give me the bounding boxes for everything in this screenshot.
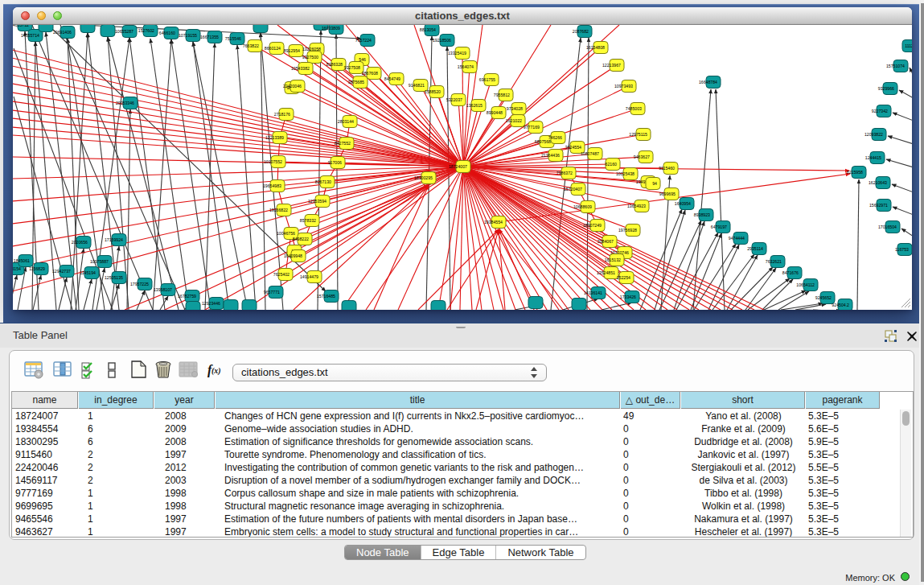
svg-text:15720407: 15720407	[564, 187, 582, 192]
svg-text:1244415: 1244415	[865, 155, 881, 160]
svg-text:12353594: 12353594	[308, 199, 326, 204]
svg-text:3084067: 3084067	[598, 239, 614, 244]
svg-text:6479197: 6479197	[711, 225, 727, 229]
svg-text:1156829: 1156829	[29, 266, 45, 271]
svg-text:6466160: 6466160	[159, 31, 175, 35]
svg-text:(x): (x)	[211, 366, 221, 376]
svg-text:12975115: 12975115	[629, 132, 647, 137]
svg-text:924504.2: 924504.2	[832, 303, 849, 307]
svg-text:12213389: 12213389	[265, 135, 284, 140]
svg-text:9329966: 9329966	[878, 86, 894, 91]
svg-text:2935114: 2935114	[747, 246, 763, 251]
svg-text:10688609: 10688609	[573, 204, 592, 209]
svg-text:18907249: 18907249	[583, 223, 602, 228]
svg-text:8186328: 8186328	[326, 62, 343, 67]
svg-text:16210643: 16210643	[869, 180, 887, 185]
svg-text:3875685: 3875685	[348, 80, 364, 84]
svg-text:8471676: 8471676	[782, 270, 799, 275]
svg-text:13325419: 13325419	[448, 51, 466, 56]
svg-text:10025438: 10025438	[616, 171, 634, 176]
svg-text:1112: 1112	[905, 43, 912, 48]
svg-text:15716485: 15716485	[317, 294, 335, 299]
svg-text:19756928: 19756928	[618, 228, 637, 233]
svg-text:1362615: 1362615	[466, 103, 483, 108]
svg-text:9115460: 9115460	[659, 166, 675, 171]
svg-text:8990448: 8990448	[487, 110, 503, 115]
svg-text:8912954: 8912954	[284, 48, 300, 53]
svg-text:12505135: 12505135	[105, 275, 123, 280]
svg-text:9327508: 9327508	[344, 65, 360, 70]
svg-text:17016504: 17016504	[878, 225, 897, 229]
svg-text:12213967: 12213967	[602, 63, 621, 68]
svg-text:10107552: 10107552	[264, 159, 282, 164]
svg-text:20691406: 20691406	[53, 30, 72, 35]
svg-text:12942737: 12942737	[52, 269, 71, 274]
svg-text:16782759: 16782759	[178, 294, 196, 299]
svg-text:7485003: 7485003	[626, 106, 642, 111]
svg-text:1845061: 1845061	[14, 258, 30, 263]
svg-text:8267130: 8267130	[315, 179, 331, 184]
svg-text:7957224: 7957224	[355, 38, 372, 43]
svg-text:13524851: 13524851	[597, 270, 615, 275]
svg-text:17159924: 17159924	[105, 237, 123, 242]
svg-text:2718176: 2718176	[274, 112, 290, 117]
svg-text:18724007: 18724007	[449, 164, 467, 169]
svg-text:93154: 93154	[13, 266, 21, 271]
svg-text:9146821: 9146821	[409, 83, 425, 88]
svg-text:7625402: 7625402	[273, 272, 290, 277]
svg-text:18300295: 18300295	[414, 175, 433, 180]
svg-text:10046756: 10046756	[277, 231, 295, 236]
svg-text:12093822: 12093822	[864, 132, 883, 137]
svg-text:8454749: 8454749	[384, 76, 400, 81]
svg-text:8813054: 8813054	[420, 27, 436, 32]
svg-text:9657771: 9657771	[264, 290, 280, 295]
svg-text:6961755: 6961755	[479, 77, 495, 82]
svg-text:9245652: 9245652	[815, 295, 832, 300]
svg-text:1615132: 1615132	[605, 257, 621, 262]
svg-text:19654983: 19654983	[263, 183, 281, 188]
svg-text:2020656: 2020656	[72, 240, 88, 245]
svg-text:2803144: 2803144	[338, 119, 354, 124]
svg-text:1145194: 1145194	[80, 270, 96, 275]
svg-text:2087682: 2087682	[573, 29, 589, 34]
svg-text:16648784: 16648784	[699, 80, 717, 84]
svg-text:1621022: 1621022	[506, 118, 522, 123]
svg-text:15751074: 15751074	[886, 64, 905, 68]
svg-text:8215958: 8215958	[847, 170, 863, 175]
svg-text:1527602: 1527602	[138, 28, 154, 33]
svg-text:8578332: 8578332	[300, 218, 316, 223]
svg-text:12923446: 12923446	[202, 301, 220, 306]
svg-text:19218506: 19218506	[433, 38, 451, 43]
svg-text:1588520: 1588520	[425, 89, 441, 94]
svg-text:7955812: 7955812	[494, 93, 510, 97]
svg-text:10807487: 10807487	[581, 151, 599, 156]
svg-text:252254: 252254	[617, 275, 630, 280]
svg-text:116753: 116753	[895, 247, 909, 252]
svg-text:16409948: 16409948	[284, 253, 302, 258]
svg-text:15692971: 15692971	[869, 203, 888, 208]
svg-text:14055714: 14055714	[21, 33, 39, 38]
svg-text:62160: 62160	[606, 162, 618, 167]
svg-text:3624554: 3624554	[565, 145, 581, 150]
svg-text:10654112: 10654112	[796, 282, 815, 287]
svg-text:1564074: 1564074	[458, 64, 474, 69]
svg-text:7663822: 7663822	[243, 43, 259, 48]
svg-text:22420046: 22420046	[283, 84, 302, 89]
svg-text:10543382: 10543382	[291, 66, 310, 71]
svg-text:1640954: 1640954	[675, 201, 691, 206]
svg-text:746266: 746266	[548, 135, 562, 140]
svg-text:7986372: 7986372	[556, 171, 573, 175]
svg-text:9777169: 9777169	[524, 125, 540, 130]
svg-text:8938923: 8938923	[694, 212, 710, 217]
svg-text:16671355: 16671355	[200, 35, 219, 39]
svg-text:10973493: 10973493	[614, 84, 633, 89]
svg-text:8498222: 8498222	[293, 237, 309, 241]
svg-text:9734028: 9734028	[507, 106, 523, 111]
svg-text:19166822: 19166822	[269, 208, 288, 212]
svg-text:9327500: 9327500	[302, 55, 318, 60]
svg-text:9227342: 9227342	[872, 109, 888, 113]
svg-text:2867608: 2867608	[362, 71, 378, 76]
svg-text:13654923: 13654923	[627, 204, 646, 208]
svg-text:21364436: 21364436	[541, 153, 560, 158]
svg-text:9474444: 9474444	[729, 236, 745, 241]
